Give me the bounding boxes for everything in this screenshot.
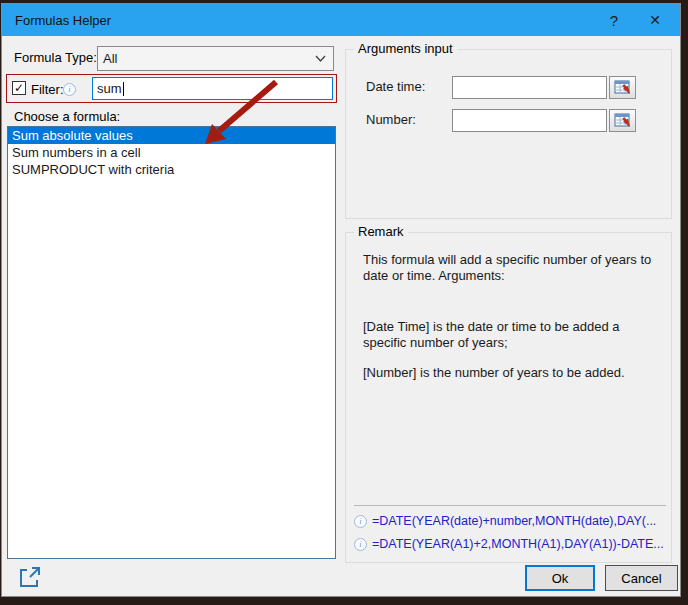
list-item[interactable]: Sum absolute values [8,127,335,144]
date-time-input[interactable] [452,76,607,99]
formula-example-row: i =DATE(YEAR(A1)+2,MONTH(A1),DAY(A1))-DA… [354,537,664,551]
separator-line [354,505,666,506]
list-item[interactable]: SUMPRODUCT with criteria [8,161,335,178]
arguments-group-title: Arguments input [354,41,457,56]
date-time-row: Date time: [346,76,671,100]
formula-type-dropdown[interactable]: All [97,46,334,71]
remark-paragraph: [Date Time] is the date or time to be ad… [363,319,666,351]
range-picker-icon [614,80,631,95]
title-bar[interactable]: Formulas Helper ? ✕ [2,4,680,36]
info-icon[interactable]: i [354,515,367,528]
formulas-helper-dialog: Formulas Helper ? ✕ Formula Type: All ✓ … [1,3,681,597]
filter-input[interactable]: sum [92,77,333,100]
choose-formula-label: Choose a formula: [14,109,120,124]
date-time-range-picker-button[interactable] [609,76,636,99]
text-caret [123,82,124,96]
formula-example-text: =DATE(YEAR(A1)+2,MONTH(A1),DAY(A1))-DATE… [372,537,664,551]
help-button[interactable]: ? [596,4,632,36]
number-input[interactable] [452,109,607,132]
filter-checkbox[interactable]: ✓ [12,81,26,95]
date-time-label: Date time: [366,79,425,94]
number-row: Number: [346,109,671,133]
screenshot-stage: Formulas Helper ? ✕ Formula Type: All ✓ … [0,0,688,605]
list-item[interactable]: Sum numbers in a cell [8,144,335,161]
external-link-icon [17,564,43,590]
formula-type-label: Formula Type: [14,50,97,65]
formula-type-value: All [103,51,117,66]
remark-group-title: Remark [354,224,408,239]
filter-label: Filter: [31,82,64,97]
remark-paragraph: This formula will add a specific number … [363,252,666,284]
info-icon[interactable]: i [63,83,76,96]
formula-listbox[interactable]: Sum absolute values Sum numbers in a cel… [7,126,336,559]
ok-button[interactable]: Ok [525,565,595,591]
cancel-button[interactable]: Cancel [605,565,678,591]
remark-paragraph: [Number] is the number of years to be ad… [363,365,666,381]
number-label: Number: [366,112,416,127]
dialog-title: Formulas Helper [15,13,111,28]
formula-example-row: i =DATE(YEAR(date)+number,MONTH(date),DA… [354,514,656,528]
info-icon[interactable]: i [354,538,367,551]
share-button[interactable] [17,564,45,592]
range-picker-icon [614,113,631,128]
close-button[interactable]: ✕ [636,4,674,36]
remark-group: Remark This formula will add a specific … [345,232,672,563]
arguments-input-group: Arguments input Date time: [345,49,672,219]
chevron-down-icon [315,55,326,63]
number-range-picker-button[interactable] [609,109,636,132]
formula-example-text: =DATE(YEAR(date)+number,MONTH(date),DAY(… [372,514,656,528]
filter-input-value: sum [97,81,122,96]
